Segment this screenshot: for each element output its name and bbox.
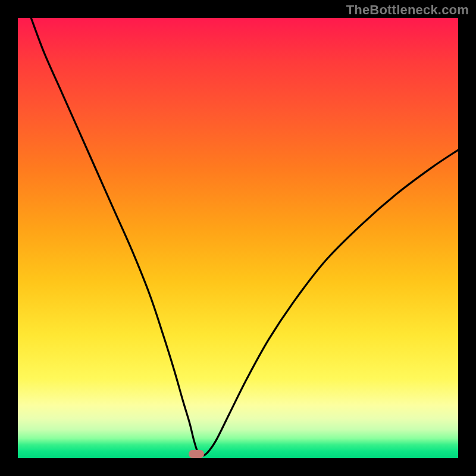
chart-frame: TheBottleneck.com	[0, 0, 476, 476]
watermark-text: TheBottleneck.com	[346, 2, 469, 18]
optimal-point-marker	[189, 450, 204, 458]
plot-area	[18, 18, 458, 458]
bottleneck-curve	[18, 18, 458, 458]
